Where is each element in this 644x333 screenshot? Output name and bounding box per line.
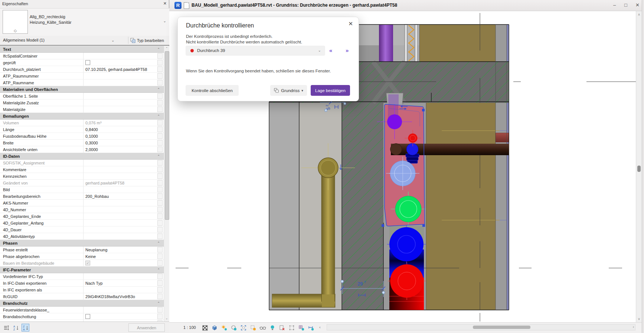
finish-control-button[interactable]: Kontrolle abschließen — [186, 85, 239, 96]
collapse-bar-icon[interactable]: ‹ — [319, 325, 321, 329]
associate-parameter-button[interactable] — [157, 147, 163, 152]
associate-parameter-button[interactable] — [157, 140, 163, 146]
temporary-view-properties-icon[interactable] — [278, 324, 286, 332]
type-selector[interactable]: ◇ Allg_BD_rechteckig Heizung_Kälte_Sanit… — [0, 8, 169, 36]
scroll-down-icon[interactable]: ∨ — [636, 317, 642, 321]
property-value[interactable] — [84, 106, 157, 112]
associate-parameter-button[interactable] — [157, 127, 163, 132]
associate-parameter-button[interactable] — [157, 200, 163, 206]
property-value[interactable] — [84, 206, 157, 213]
scroll-up-icon[interactable]: ∧ — [636, 13, 642, 16]
view-mode-button[interactable]: Grundriss ▾ — [270, 85, 307, 96]
edit-type-button[interactable]: Typ bearbeiten — [130, 36, 167, 44]
property-value[interactable] — [84, 166, 157, 173]
shadows-icon[interactable] — [230, 324, 238, 332]
property-value[interactable] — [84, 79, 157, 86]
close-button[interactable]: ✕ — [635, 2, 640, 8]
collapse-section-icon[interactable]: ⌃ — [157, 301, 160, 305]
property-value[interactable] — [84, 226, 157, 233]
detail-level-icon[interactable] — [201, 324, 209, 332]
associate-parameter-button[interactable] — [157, 260, 163, 266]
collapse-section-icon[interactable]: ⌃ — [157, 88, 160, 91]
reveal-hidden-elements-icon[interactable] — [269, 324, 276, 332]
analytical-model-icon[interactable] — [288, 324, 295, 332]
associate-parameter-button[interactable] — [157, 180, 163, 186]
associate-parameter-button[interactable] — [157, 60, 163, 65]
associate-parameter-button[interactable] — [157, 120, 163, 125]
property-value[interactable] — [84, 59, 157, 66]
property-value[interactable]: 29iG4hKD18tw8azVvdrB3o — [84, 293, 157, 300]
property-value[interactable] — [84, 186, 157, 193]
sort-ascending-icon[interactable]: AZ — [12, 324, 20, 332]
property-value[interactable] — [84, 200, 157, 206]
close-icon[interactable]: ✕ — [163, 1, 167, 6]
window-titlebar[interactable]: R BAU_Modell_gerhard.pawlat4PT58.rvt - G… — [169, 0, 644, 11]
property-value[interactable] — [84, 99, 157, 106]
associate-parameter-button[interactable] — [157, 280, 163, 286]
collapse-section-icon[interactable]: ⌃ — [157, 48, 160, 51]
element-filter-value[interactable]: Allgemeines Modell (1) — [3, 38, 45, 42]
associate-parameter-button[interactable] — [157, 287, 163, 293]
property-value[interactable]: ✓ — [84, 260, 157, 266]
scroll-up-icon[interactable]: ⌃ — [164, 47, 169, 50]
properties-scrollbar[interactable]: ⌃ ⌄ — [164, 46, 169, 321]
property-value[interactable]: Neuplanung — [84, 247, 157, 253]
property-value[interactable]: Nach Typ — [84, 280, 157, 286]
temporary-hide-isolate-icon[interactable] — [259, 324, 267, 332]
property-value[interactable] — [84, 73, 157, 79]
drawing-horizontal-scrollbar[interactable]: › — [327, 324, 635, 330]
view-scale[interactable]: 1 : 100 — [183, 325, 196, 330]
maximize-button[interactable]: □ — [624, 2, 627, 8]
checkbox[interactable] — [85, 314, 90, 319]
crop-view-icon[interactable] — [240, 324, 247, 332]
associate-parameter-button[interactable] — [157, 187, 163, 192]
associate-parameter-button[interactable] — [157, 167, 163, 172]
property-value[interactable] — [84, 287, 157, 293]
visual-style-icon[interactable] — [211, 324, 218, 332]
confirm-position-button[interactable]: Lage bestätigen — [311, 85, 350, 96]
property-value[interactable]: 0,076 m³ — [84, 120, 157, 126]
property-value[interactable] — [84, 233, 157, 239]
property-value[interactable] — [84, 93, 157, 99]
associate-parameter-button[interactable] — [157, 160, 163, 166]
next-button[interactable]: » — [346, 47, 349, 53]
property-value[interactable] — [84, 53, 157, 59]
associate-parameter-button[interactable] — [157, 173, 163, 179]
associate-parameter-button[interactable] — [157, 80, 163, 85]
minimize-button[interactable]: – — [613, 2, 616, 8]
associate-parameter-button[interactable] — [157, 53, 163, 59]
associate-parameter-button[interactable] — [157, 294, 163, 299]
reveal-constraints-icon[interactable] — [298, 324, 305, 332]
collapse-section-icon[interactable]: ⌃ — [157, 268, 160, 272]
scroll-right-icon[interactable]: › — [633, 325, 634, 329]
associate-parameter-button[interactable] — [157, 213, 163, 219]
associate-parameter-button[interactable] — [157, 133, 163, 139]
property-value[interactable] — [84, 213, 157, 219]
collapse-section-icon[interactable]: ⌃ — [157, 241, 160, 245]
associate-parameter-button[interactable] — [157, 107, 163, 112]
property-value[interactable] — [84, 273, 157, 280]
property-value[interactable]: 0,8400 — [84, 126, 157, 133]
close-icon[interactable]: ✕ — [348, 20, 353, 27]
properties-filter-icon[interactable] — [2, 324, 10, 332]
scrollbar-thumb[interactable] — [637, 166, 641, 172]
previous-button[interactable]: « — [329, 47, 332, 53]
property-value[interactable] — [84, 160, 157, 166]
property-value[interactable] — [84, 173, 157, 179]
durchbruch-select[interactable]: Durchbruch 39 ⌄ — [186, 46, 325, 56]
checkbox[interactable] — [85, 60, 90, 65]
crop-region-visibility-icon[interactable] — [249, 324, 257, 332]
chevron-down-icon[interactable]: ⌄ — [163, 19, 166, 23]
associate-parameter-button[interactable] — [157, 73, 163, 79]
property-value[interactable]: Keine — [84, 253, 157, 259]
property-value[interactable]: 07.10.2025, gerhard.pawlat4PT58 — [84, 66, 157, 72]
drawing-vertical-scrollbar[interactable]: ∧ ∨ — [636, 11, 642, 322]
property-value[interactable] — [84, 307, 157, 313]
apply-button[interactable]: Anwenden — [128, 323, 165, 332]
associate-parameter-button[interactable] — [157, 274, 163, 279]
property-value[interactable]: gerhard.pawlat4PT58 — [84, 180, 157, 186]
associate-parameter-button[interactable] — [157, 254, 163, 259]
associate-parameter-button[interactable] — [157, 227, 163, 232]
associate-parameter-button[interactable] — [157, 234, 163, 239]
purple-duct-riser[interactable] — [379, 25, 393, 62]
